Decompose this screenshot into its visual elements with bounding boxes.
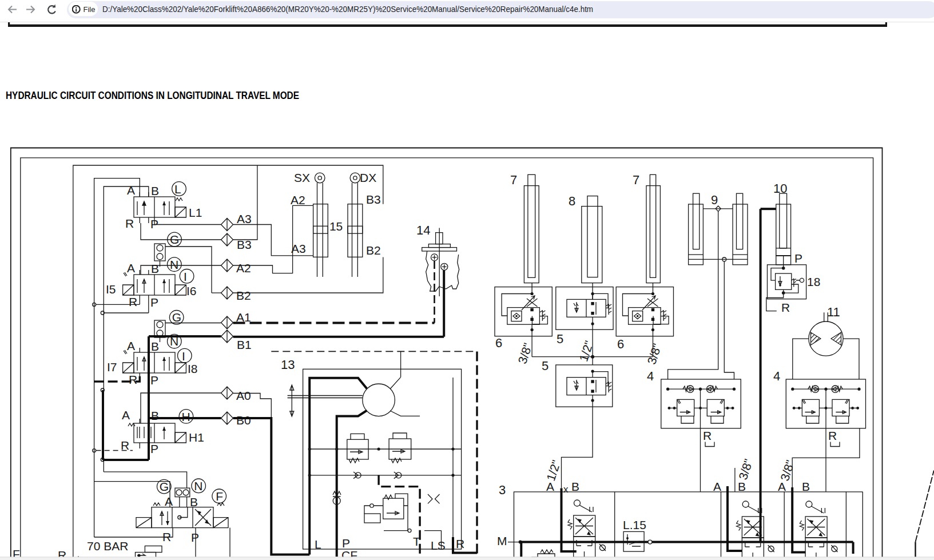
- svg-text:L: L: [174, 182, 181, 196]
- svg-text:H1: H1: [189, 431, 204, 444]
- svg-text:I: I: [184, 270, 187, 283]
- svg-text:8: 8: [569, 194, 575, 208]
- svg-text:I8: I8: [188, 362, 198, 375]
- svg-text:6: 6: [617, 337, 624, 351]
- svg-text:P: P: [342, 537, 350, 550]
- svg-text:18: 18: [807, 275, 820, 288]
- svg-text:M: M: [497, 534, 507, 547]
- svg-text:A2: A2: [291, 193, 305, 206]
- svg-text:B: B: [190, 495, 198, 509]
- svg-text:P: P: [150, 442, 158, 455]
- svg-text:SX: SX: [294, 171, 310, 184]
- svg-text:P: P: [150, 374, 158, 387]
- svg-text:T: T: [413, 535, 420, 548]
- svg-text:A: A: [122, 408, 130, 422]
- svg-text:B: B: [151, 409, 159, 422]
- svg-text:A: A: [778, 480, 786, 493]
- svg-text:I: I: [182, 349, 185, 363]
- svg-text:L: L: [315, 538, 321, 551]
- svg-text:L1: L1: [189, 206, 202, 219]
- svg-text:L.15: L.15: [623, 518, 646, 531]
- svg-text:B: B: [802, 480, 810, 493]
- svg-text:A0: A0: [236, 389, 251, 402]
- svg-text:R: R: [129, 295, 137, 308]
- svg-text:B3: B3: [366, 193, 381, 206]
- svg-text:B: B: [151, 184, 159, 197]
- svg-text:R: R: [703, 429, 712, 442]
- svg-text:A: A: [127, 261, 135, 275]
- svg-text:R: R: [125, 217, 134, 230]
- svg-text:R: R: [456, 537, 464, 550]
- svg-text:6: 6: [495, 336, 502, 350]
- svg-text:3/8": 3/8": [736, 457, 755, 481]
- svg-text:LS: LS: [431, 539, 446, 552]
- svg-text:B2: B2: [236, 289, 251, 302]
- svg-text:B2: B2: [366, 244, 381, 257]
- svg-text:9: 9: [711, 193, 718, 207]
- svg-text:A3: A3: [291, 242, 306, 255]
- svg-text:B3: B3: [237, 238, 252, 251]
- svg-text:N: N: [194, 479, 202, 493]
- svg-text:3/8": 3/8": [515, 341, 534, 366]
- svg-text:B: B: [151, 340, 159, 353]
- svg-text:B: B: [151, 262, 159, 275]
- svg-text:4: 4: [647, 369, 654, 383]
- svg-text:3/8": 3/8": [778, 458, 797, 482]
- svg-text:G: G: [172, 311, 181, 324]
- svg-text:A: A: [127, 339, 135, 352]
- svg-text:I5: I5: [106, 283, 116, 296]
- svg-text:B: B: [571, 480, 579, 493]
- svg-text:R: R: [121, 439, 129, 452]
- svg-text:3/8": 3/8": [645, 342, 663, 366]
- svg-text:70 BAR: 70 BAR: [87, 539, 128, 553]
- svg-text:4: 4: [773, 369, 780, 383]
- svg-text:11: 11: [827, 305, 840, 319]
- svg-text:A3: A3: [237, 212, 252, 225]
- svg-text:R: R: [828, 429, 837, 442]
- svg-text:13: 13: [281, 358, 295, 372]
- svg-text:7: 7: [510, 173, 517, 187]
- svg-text:B: B: [738, 480, 746, 493]
- svg-text:14: 14: [416, 223, 430, 237]
- svg-text:1/2": 1/2": [544, 458, 563, 482]
- svg-text:F: F: [216, 490, 223, 503]
- svg-text:A2: A2: [236, 261, 251, 275]
- svg-text:B1: B1: [237, 338, 252, 351]
- svg-text:P: P: [191, 531, 199, 544]
- svg-text:I6: I6: [186, 284, 197, 297]
- svg-text:H: H: [181, 410, 190, 423]
- svg-text:A: A: [127, 184, 135, 197]
- svg-text:P: P: [150, 296, 158, 309]
- svg-text:B0: B0: [236, 414, 251, 427]
- svg-text:G: G: [160, 480, 169, 493]
- svg-text:5: 5: [557, 332, 563, 346]
- svg-text:P: P: [794, 252, 802, 265]
- svg-text:A: A: [713, 480, 721, 493]
- svg-text:A: A: [165, 495, 173, 508]
- svg-text:DX: DX: [360, 171, 376, 184]
- svg-text:x: x: [563, 484, 569, 495]
- svg-text:R: R: [781, 301, 790, 314]
- svg-text:R: R: [129, 373, 137, 386]
- svg-text:7: 7: [633, 173, 639, 187]
- svg-text:5: 5: [542, 359, 549, 373]
- svg-text:I7: I7: [107, 360, 117, 374]
- svg-text:15: 15: [329, 220, 343, 233]
- svg-text:N: N: [170, 258, 178, 271]
- svg-text:3: 3: [499, 483, 506, 497]
